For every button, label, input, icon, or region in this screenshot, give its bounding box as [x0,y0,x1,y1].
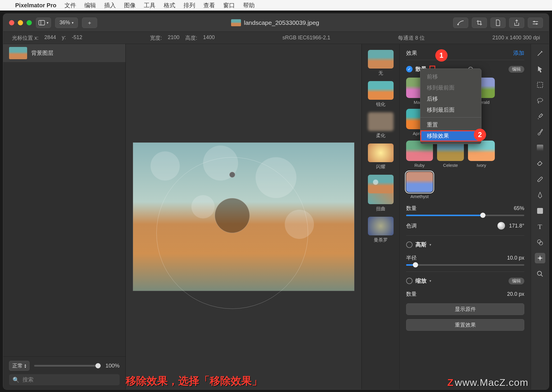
maximize-button[interactable] [27,20,32,25]
preset-ivory[interactable]: Ivory [468,141,495,168]
effect-cat-bokeh[interactable]: 散景 [376,175,385,181]
hue-wheel-icon[interactable] [497,222,505,230]
share-icon [514,19,520,26]
close-button[interactable] [9,20,14,25]
tool-shape[interactable] [535,206,545,216]
amount-value: 20.0 px [507,291,524,297]
chevron-down-icon[interactable]: ▾ [429,279,431,283]
tool-brush[interactable] [535,127,545,137]
menu-item-bring-to-front[interactable]: 移到最前面 [420,82,481,93]
paintbrush-icon [537,129,543,136]
app-window: ▾ 36% ▾ ＋ landscape_205330039.jpeg [3,13,549,390]
preset-amethyst[interactable]: Amethyst [406,172,433,199]
chevron-updown-icon: ▴▾ [25,363,26,368]
amount-slider[interactable] [406,215,524,216]
opacity-slider[interactable] [34,365,101,367]
window-traffic-lights [9,20,32,25]
blend-mode-select[interactable]: 正常 ▴▾ [9,361,29,371]
svg-rect-9 [537,177,542,182]
tool-color-adjust[interactable] [535,237,545,248]
slider-knob[interactable] [95,363,101,368]
document-name: landscape_205330039.jpeg [244,19,319,26]
menu-image[interactable]: 图像 [124,1,136,9]
effect-cat-mandala[interactable]: 曼荼罗 [368,217,394,243]
reset-effects-button[interactable]: 重置效果 [406,319,524,331]
tool-eyedropper[interactable] [535,111,545,122]
effect-cat-soften[interactable]: 柔化 [368,112,394,139]
menu-item-bring-forward[interactable]: 前移 [420,71,481,82]
sidebar-toggle-button[interactable]: ▾ [36,18,51,28]
crop-tool-button[interactable] [472,18,487,28]
annotation-caption: 移除效果，选择「移除效果」 [126,374,262,388]
edit-button[interactable]: 编辑 [509,66,524,73]
menu-item-remove-effect[interactable]: 移除效果 [420,130,481,141]
blend-mode-value: 正常 [12,362,23,369]
add-effect-button[interactable]: 添加 [513,49,524,57]
radius-label: 半径 [406,254,417,261]
preset-celeste-2[interactable]: Celeste [437,141,464,168]
page-icon [495,20,501,26]
slider-knob[interactable] [480,213,485,218]
settings-button[interactable] [528,18,543,28]
menu-file[interactable]: 文件 [64,1,76,9]
tools-strip: T [531,44,549,389]
effect-enabled-checkbox[interactable]: ✓ [406,66,413,72]
tool-zoom[interactable] [535,269,545,279]
slider-knob[interactable] [413,262,418,267]
tool-effects[interactable] [535,253,545,263]
svg-point-2 [457,24,459,25]
amount-label: 数量 [406,290,417,298]
tool-eraser[interactable] [535,158,545,169]
cursor-y-label: y: [62,34,66,41]
menu-format[interactable]: 格式 [164,1,175,9]
effect-cat-sharpen[interactable]: 锐化 [368,81,394,108]
app-name[interactable]: Pixelmator Pro [15,2,56,9]
effect-enabled-checkbox[interactable] [406,278,413,284]
show-original-button[interactable]: 显示原件 [406,303,524,315]
tool-style[interactable] [535,48,545,59]
effect-enabled-checkbox[interactable] [406,242,413,248]
thumb-icon [368,112,394,131]
effect-cat-none[interactable]: 无 [368,50,394,76]
menu-item-send-to-back[interactable]: 移到最后面 [420,104,481,116]
search-placeholder: 搜索 [22,376,34,384]
menu-window[interactable]: 窗口 [223,1,235,9]
preset-ruby[interactable]: Ruby [406,141,433,168]
layer-search-input[interactable]: 🔍 搜索 [9,374,120,385]
cursor-x-value: 2844 [44,34,56,41]
edit-button[interactable]: 编辑 [509,278,524,284]
radius-slider[interactable] [406,264,524,266]
menu-tools[interactable]: 工具 [144,1,156,9]
chevron-down-icon[interactable]: ▾ [429,243,431,247]
tool-marquee[interactable] [535,80,545,90]
sliders-icon [532,20,539,25]
document-info-button[interactable] [490,18,506,28]
menu-view[interactable]: 查看 [203,1,215,9]
brush-tool-button[interactable] [453,18,468,28]
minimize-button[interactable] [18,20,23,25]
share-button[interactable] [509,18,524,28]
menu-arrange[interactable]: 排列 [184,1,195,9]
zoom-dropdown[interactable]: 36% ▾ [55,18,78,28]
menu-help[interactable]: 帮助 [243,1,255,9]
add-button[interactable]: ＋ [82,18,97,28]
tool-lasso[interactable] [535,95,545,106]
menu-edit[interactable]: 编辑 [84,1,96,9]
menu-item-send-backward[interactable]: 后移 [420,93,481,104]
tool-gradient[interactable] [535,143,545,153]
effect-name: 缩放 [415,277,427,285]
tool-arrow[interactable] [535,64,545,74]
canvas-image[interactable] [133,142,354,291]
tool-text[interactable]: T [535,221,545,232]
tool-heal[interactable] [535,174,545,185]
layer-row[interactable]: 背景图层 [3,44,125,62]
effect-cat-shine[interactable]: 闪耀 [368,144,394,170]
menu-insert[interactable]: 插入 [104,1,116,9]
svg-rect-7 [537,82,543,88]
tool-pen[interactable] [535,190,545,200]
square-icon [537,208,543,214]
arrow-icon [537,66,543,73]
lasso-icon [537,97,544,104]
menu-item-reset[interactable]: 重置 [420,119,481,130]
canvas-area[interactable] [126,44,361,389]
